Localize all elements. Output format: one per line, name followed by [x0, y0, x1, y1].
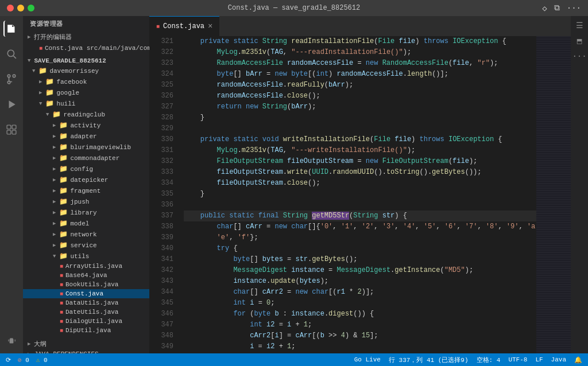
folder-google[interactable]: ▶ 📁 google: [23, 87, 149, 98]
indentation[interactable]: 空格: 4: [477, 356, 501, 364]
line-ending[interactable]: LF: [535, 356, 543, 363]
code-line: fileOutputStream.close();: [184, 178, 536, 189]
file-bookutils[interactable]: ■ BookUtils.java: [23, 280, 149, 289]
file-datautils[interactable]: ■ DataUtils.java: [23, 298, 149, 307]
folder-adapter[interactable]: ▶ 📁 adapter: [23, 131, 149, 142]
folder-model-label: model: [70, 220, 89, 227]
folder-davemorrissey[interactable]: ▼ 📁 davemorrissey: [23, 65, 149, 76]
line-number: 344: [149, 287, 173, 298]
folder-jpush[interactable]: ▶ 📁 jpush: [23, 196, 149, 207]
status-bar: ⟳ ⊘ 0 ⚠ 0 Go Live 行 337，列 41 (已选择9) 空格: …: [0, 353, 588, 366]
code-line: try {: [184, 243, 536, 254]
google-arrow: ▶: [39, 89, 42, 96]
warning-number: 0: [44, 357, 48, 364]
file-base64[interactable]: ■ Base64.java: [23, 271, 149, 280]
folder-network[interactable]: ▶ 📁 network: [23, 229, 149, 240]
code-line: i = i2 + 1;: [184, 341, 536, 352]
project-root[interactable]: ▼ SAVE_GRADLE_8825612: [23, 56, 149, 65]
file-diputil[interactable]: ■ DipUtil.java: [23, 326, 149, 335]
right-icon-1[interactable]: ☰: [576, 21, 583, 30]
folder-datepicker[interactable]: ▶ 📁 datepicker: [23, 174, 149, 185]
cursor-position[interactable]: 行 337，列 41 (已选择9): [389, 356, 469, 364]
debug-activity-icon[interactable]: [3, 96, 20, 112]
folder-service-icon: 📁: [59, 241, 68, 250]
folder-config-icon: 📁: [59, 165, 68, 173]
line-number: 349: [149, 341, 173, 352]
folder-google-icon: 📁: [45, 88, 54, 97]
folder-config[interactable]: ▶ 📁 config: [23, 163, 149, 174]
right-icon-3[interactable]: ···: [572, 52, 586, 61]
warning-icon: ⚠: [36, 357, 40, 364]
file-const[interactable]: ■ Const.java: [23, 289, 149, 298]
minimize-button[interactable]: [17, 5, 24, 11]
close-button[interactable]: [7, 5, 14, 11]
code-editor[interactable]: private static String readInstallationFi…: [178, 36, 536, 353]
folder-service[interactable]: ▶ 📁 service: [23, 240, 149, 251]
error-count[interactable]: ⊘ 0: [18, 356, 29, 364]
library-arrow: ▶: [53, 209, 56, 216]
sidebar-open-editors[interactable]: ▶ 打开的编辑器: [23, 32, 149, 42]
file-arrayutils[interactable]: ■ ArrayUtils.java: [23, 262, 149, 271]
tab-close-button[interactable]: ×: [208, 22, 212, 31]
minimap: [536, 36, 571, 353]
folder-activity-icon: 📁: [59, 121, 68, 130]
davemorrissey-arrow: ▼: [32, 68, 35, 74]
folder-blur-label: blurimageviewlib: [70, 144, 131, 151]
bell-icon[interactable]: 🔔: [574, 356, 582, 364]
line-number: 334: [149, 178, 173, 189]
folder-model[interactable]: ▶ 📁 model: [23, 218, 149, 229]
tab-const-java[interactable]: ■ Const.java ×: [149, 16, 219, 36]
file-encoding[interactable]: UTF-8: [508, 356, 527, 363]
folder-commonadapter-icon: 📁: [59, 154, 68, 162]
folder-readingclub-icon: 📁: [52, 110, 61, 119]
code-line: [184, 200, 536, 211]
extensions-activity-icon[interactable]: [3, 122, 20, 138]
search-activity-icon[interactable]: [3, 46, 20, 62]
network-arrow: ▶: [53, 231, 56, 237]
code-line: randomAccessFile.close();: [184, 91, 536, 102]
warning-count[interactable]: ⚠ 0: [36, 356, 48, 364]
source-control-activity-icon[interactable]: [3, 71, 20, 87]
layout-icon[interactable]: ⧉: [554, 3, 560, 13]
java-deps-section[interactable]: ▶ JAVA DEPENDENCIES: [23, 349, 149, 353]
outline-arrow: ▶: [28, 341, 30, 347]
folder-model-icon: 📁: [59, 219, 68, 228]
folder-fragment[interactable]: ▶ 📁 fragment: [23, 185, 149, 196]
maximize-button[interactable]: [28, 5, 34, 11]
go-live-button[interactable]: Go Live: [354, 356, 381, 363]
folder-library[interactable]: ▶ 📁 library: [23, 207, 149, 218]
folder-readingclub-label: readingclub: [63, 111, 105, 118]
outline-section[interactable]: ▶ 大纲: [23, 338, 149, 349]
android-activity-icon[interactable]: [3, 333, 20, 349]
folder-readingclub[interactable]: ▼ 📁 readingclub: [23, 109, 149, 120]
language-mode[interactable]: Java: [551, 356, 566, 363]
right-icon-2[interactable]: ⬒: [577, 36, 582, 46]
open-file-const[interactable]: ■ Const.java src/main/java/com/huili/r..…: [23, 42, 149, 54]
code-line: char[] cArr = new char[]{'0', '1', '2', …: [184, 221, 536, 232]
code-line: }: [184, 189, 536, 200]
file-dateutils[interactable]: ■ DateUtils.java: [23, 307, 149, 317]
code-line: int i2 = i + 1;: [184, 320, 536, 330]
folder-activity-label: activity: [70, 122, 100, 129]
folder-commonadapter[interactable]: ▶ 📁 commonadapter: [23, 153, 149, 163]
folder-davemorrissey-label: davemorrissey: [49, 68, 99, 75]
line-number: 321: [149, 36, 173, 47]
folder-activity[interactable]: ▶ 📁 activity: [23, 120, 149, 131]
folder-facebook[interactable]: ▶ 📁 facebook: [23, 76, 149, 87]
folder-blurimageviewlib[interactable]: ▶ 📁 blurimageviewlib: [23, 142, 149, 153]
more-icon[interactable]: ···: [567, 3, 581, 13]
line-number: 331: [149, 145, 173, 156]
code-line: 'e', 'f'};: [184, 232, 536, 243]
explorer-activity-icon[interactable]: [3, 21, 20, 37]
split-editor-icon[interactable]: ◇: [542, 3, 547, 13]
svg-marker-5: [9, 100, 16, 108]
utils-arrow: ▼: [53, 254, 56, 259]
folder-huili[interactable]: ▼ 📁 huili: [23, 98, 149, 109]
titlebar: Const.java — save_gradle_8825612 ◇ ⧉ ···: [0, 0, 588, 16]
activity-bar: [0, 16, 23, 353]
adapter-arrow: ▶: [53, 133, 56, 139]
file-dialogutil[interactable]: ■ DialogUtil.java: [23, 317, 149, 326]
folder-utils[interactable]: ▼ 📁 utils: [23, 251, 149, 262]
sync-icon[interactable]: ⟳: [6, 356, 11, 364]
line-number: 342: [149, 265, 173, 276]
